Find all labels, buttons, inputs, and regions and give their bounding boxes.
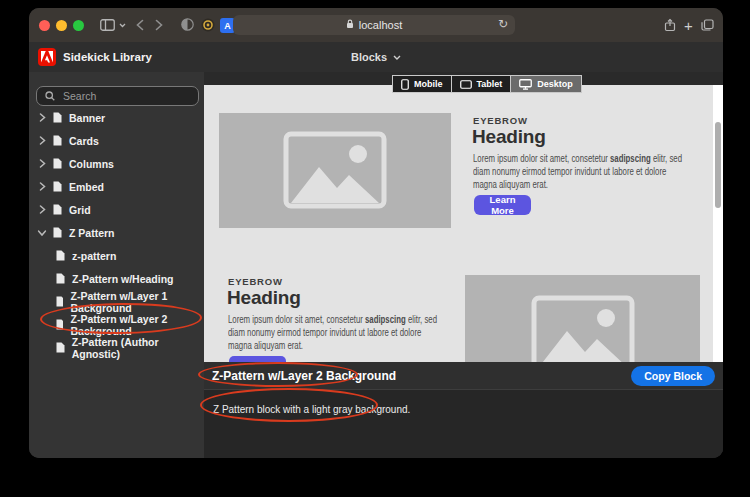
sidebar-item-label: Z-Pattern (Author Agnostic) xyxy=(72,336,204,360)
minimize-window-button[interactable] xyxy=(56,20,67,31)
image-icon xyxy=(283,131,387,209)
sidebar-item-label: Z-Pattern w/Heading xyxy=(72,273,174,285)
viewport-mobile-button[interactable]: Mobile xyxy=(392,75,452,93)
browser-toolbar: A localhost ↻ + xyxy=(29,8,723,42)
sidebar-item-z-pattern[interactable]: Z Pattern xyxy=(29,221,204,244)
document-icon xyxy=(53,158,62,169)
screenshot-stage: A localhost ↻ + Sidekick Library xyxy=(0,0,750,497)
copy-block-button[interactable]: Copy Block xyxy=(631,366,715,386)
chevron-right-icon xyxy=(38,113,46,122)
sidebar-item-columns[interactable]: Columns xyxy=(29,152,204,175)
chevron-right-icon xyxy=(38,136,46,145)
placeholder-image xyxy=(465,275,700,362)
viewport-desktop-button[interactable]: Desktop xyxy=(511,75,582,93)
chevron-right-icon xyxy=(38,205,46,214)
back-icon[interactable] xyxy=(136,19,144,31)
block-description-area: Z Pattern block with a light gray backgr… xyxy=(204,390,723,458)
document-icon xyxy=(56,273,65,284)
tablet-icon xyxy=(460,80,472,89)
sidebar-item-cards[interactable]: Cards xyxy=(29,129,204,152)
viewport-tablet-button[interactable]: Tablet xyxy=(452,75,512,93)
preview-scrollbar xyxy=(713,85,723,362)
block-body: Lorem ipsum dolor sit amet, consetetur s… xyxy=(473,152,682,191)
search-icon xyxy=(45,87,55,105)
lock-icon xyxy=(346,19,354,31)
sidebar-item-label: Z Pattern xyxy=(69,227,115,239)
sidebar: Banner Cards Columns Embed xyxy=(29,72,204,458)
url-text: localhost xyxy=(359,19,402,31)
chevron-right-icon xyxy=(38,159,46,168)
extension-shield-icon[interactable] xyxy=(181,18,194,31)
main-panel: Mobile Tablet Desktop xyxy=(204,72,723,458)
chevron-down-icon xyxy=(393,55,401,60)
sidebar-chevron-icon[interactable] xyxy=(119,23,126,28)
address-bar[interactable]: localhost ↻ xyxy=(233,15,515,35)
block-heading: Heading xyxy=(227,287,301,309)
block-title: Z-Pattern w/Layer 2 Background xyxy=(212,369,396,383)
tab-overview-icon[interactable] xyxy=(701,19,714,31)
sidebar-item-z-pattern-layer-2[interactable]: Z-Pattern w/Layer 2 Background xyxy=(29,313,204,336)
viewport-mobile-label: Mobile xyxy=(414,79,443,89)
sidebar-item-label: Z-Pattern w/Layer 1 Background xyxy=(70,290,204,314)
sidebar-item-label: Columns xyxy=(69,158,114,170)
sidebar-item-label: Banner xyxy=(69,112,105,124)
image-icon xyxy=(531,295,635,362)
forward-icon[interactable] xyxy=(155,19,163,31)
sidebar-item-z-pattern-default[interactable]: z-pattern xyxy=(29,244,204,267)
reload-icon[interactable]: ↻ xyxy=(498,17,508,31)
zoom-window-button[interactable] xyxy=(73,20,84,31)
sidebar-item-label: z-pattern xyxy=(72,250,116,262)
search-box xyxy=(36,86,199,106)
block-description: Z Pattern block with a light gray backgr… xyxy=(213,404,410,415)
eyebrow-text: EYEBROW xyxy=(473,115,528,126)
document-icon xyxy=(56,319,63,330)
sidebar-toggle-icon[interactable] xyxy=(100,19,115,31)
document-icon xyxy=(53,204,62,215)
document-icon xyxy=(53,112,62,123)
sidebar-item-label: Grid xyxy=(69,204,91,216)
extension-badge-icon[interactable] xyxy=(201,18,215,32)
sidebar-item-label: Z-Pattern w/Layer 2 Background xyxy=(70,313,204,337)
document-icon xyxy=(56,296,63,307)
viewport-tablet-label: Tablet xyxy=(477,79,503,89)
document-icon xyxy=(53,135,62,146)
document-icon xyxy=(56,342,65,353)
block-preview-frame: EYEBROW Heading Lorem ipsum dolor sit am… xyxy=(204,85,713,362)
sidebar-item-z-pattern-heading[interactable]: Z-Pattern w/Heading xyxy=(29,267,204,290)
new-tab-icon[interactable]: + xyxy=(684,17,693,34)
browser-window: A localhost ↻ + Sidekick Library xyxy=(29,8,723,458)
sidebar-item-z-pattern-author-agnostic[interactable]: Z-Pattern (Author Agnostic) xyxy=(29,336,204,359)
desktop-icon xyxy=(519,79,532,90)
document-icon xyxy=(53,181,62,192)
blocks-dropdown[interactable]: Blocks xyxy=(29,51,723,63)
sidebar-item-banner[interactable]: Banner xyxy=(29,106,204,129)
mobile-icon xyxy=(401,79,409,90)
document-icon xyxy=(56,250,65,261)
placeholder-image xyxy=(219,113,451,228)
chevron-down-icon xyxy=(38,229,47,237)
viewport-desktop-label: Desktop xyxy=(537,79,573,89)
chevron-right-icon xyxy=(38,182,46,191)
search-input[interactable] xyxy=(61,89,200,103)
sidebar-item-z-pattern-layer-1[interactable]: Z-Pattern w/Layer 1 Background xyxy=(29,290,204,313)
viewport-toggle-group: Mobile Tablet Desktop xyxy=(392,75,582,93)
blocks-dropdown-label: Blocks xyxy=(351,51,387,63)
sidebar-item-grid[interactable]: Grid xyxy=(29,198,204,221)
eyebrow-text: EYEBROW xyxy=(228,276,283,287)
block-heading: Heading xyxy=(472,126,546,148)
close-window-button[interactable] xyxy=(39,20,50,31)
sidebar-item-embed[interactable]: Embed xyxy=(29,175,204,198)
block-details-bar: Z-Pattern w/Layer 2 Background Copy Bloc… xyxy=(204,362,723,390)
app-header: Sidekick Library Blocks xyxy=(29,42,723,72)
block-body: Lorem ipsum dolor sit amet, consetetur s… xyxy=(228,313,437,352)
scrollbar-thumb[interactable] xyxy=(715,122,721,208)
share-icon[interactable] xyxy=(664,18,676,32)
document-icon xyxy=(53,227,62,238)
sidebar-item-label: Embed xyxy=(69,181,104,193)
sidebar-item-label: Cards xyxy=(69,135,99,147)
learn-more-button[interactable]: Learn More xyxy=(474,195,531,215)
sidebar-list: Banner Cards Columns Embed xyxy=(29,106,204,359)
